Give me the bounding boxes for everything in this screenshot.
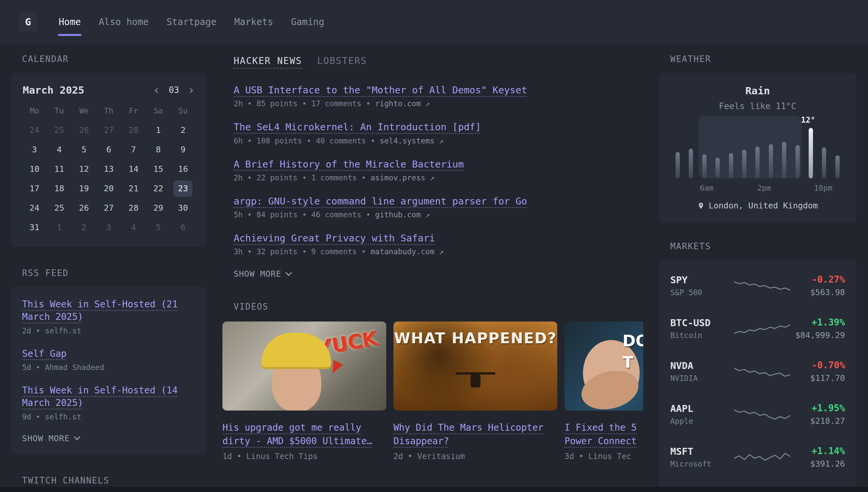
chevron-down-icon	[74, 434, 81, 441]
news-item-link[interactable]: The SeL4 Microkernel: An Introduction [p…	[234, 121, 481, 133]
calendar-day[interactable]: 28	[121, 198, 146, 218]
rss-item-link[interactable]: Self Gap	[22, 348, 195, 360]
market-change-percent: -0.27%	[790, 274, 845, 285]
news-item: Achieving Great Privacy with Safari 3h •…	[234, 232, 643, 256]
weather-bar	[729, 153, 733, 178]
calendar-day[interactable]: 20	[96, 179, 121, 198]
calendar-day[interactable]: 4	[47, 140, 72, 159]
calendar-day[interactable]: 29	[146, 198, 171, 218]
news-item-source-link[interactable]: github.com ↗	[375, 211, 430, 219]
calendar-day[interactable]: 30	[171, 198, 195, 218]
news-item-source-link[interactable]: sel4.systems ↗	[379, 137, 444, 145]
market-name: Apple	[670, 417, 734, 425]
calendar-day[interactable]: 3	[96, 218, 121, 237]
calendar-day[interactable]: 8	[146, 140, 171, 159]
calendar-day[interactable]: 4	[121, 218, 146, 237]
calendar-day[interactable]: 6	[96, 140, 121, 159]
news-show-more-button[interactable]: SHOW MORE	[234, 269, 643, 279]
market-name: S&P 500	[670, 288, 734, 297]
rss-item-meta: 9d • selfh.st	[22, 413, 195, 421]
news-item-link[interactable]: A USB Interface to the "Mother of All De…	[234, 84, 527, 96]
calendar-day[interactable]: 24	[22, 120, 47, 140]
news-item-link[interactable]: Achieving Great Privacy with Safari	[234, 232, 435, 244]
nav-tab[interactable]: Startpage	[166, 17, 216, 27]
weather-widget: Rain Feels like 11°C 12°6am2pm10pm Londo…	[659, 73, 856, 223]
rss-feed-item: Self Gap 5d • Ahmad Shadeed	[22, 348, 195, 372]
news-tab[interactable]: LOBSTERS	[317, 55, 367, 66]
video-title-link[interactable]: Why Did The Mars Helicopter Disappear?	[393, 421, 557, 448]
calendar-day[interactable]: 19	[72, 179, 96, 198]
rss-show-more-button[interactable]: SHOW MORE	[22, 434, 195, 443]
calendar-day[interactable]: 26	[72, 198, 96, 218]
calendar-day[interactable]: 5	[72, 140, 96, 159]
calendar-weekday-label: Th	[96, 104, 121, 118]
rss-item-link[interactable]: This Week in Self-Hosted (21 March 2025)	[22, 298, 195, 323]
market-row[interactable]: AAPL Apple +1.95% $218.27	[670, 393, 845, 436]
calendar-day[interactable]: 18	[47, 179, 72, 198]
calendar-day[interactable]: 28	[121, 120, 146, 140]
video-thumbnail[interactable]: WHAT HAPPENED?	[393, 321, 557, 411]
market-row[interactable]: MSFT Microsoft +1.14% $391.26	[670, 436, 845, 478]
news-item-link[interactable]: argp: GNU-style command line argument pa…	[234, 195, 527, 207]
calendar-day[interactable]: 22	[146, 179, 171, 198]
news-item-source-link[interactable]: asimov.press ↗	[370, 173, 434, 182]
calendar-day[interactable]: 14	[121, 159, 146, 179]
calendar-next-icon[interactable]: ›	[187, 84, 195, 96]
calendar-day[interactable]: 15	[146, 159, 171, 179]
calendar-day[interactable]: 10	[22, 159, 47, 179]
rss-item-link[interactable]: This Week in Self-Hosted (14 March 2025)	[22, 384, 195, 409]
calendar-day[interactable]: 25	[47, 198, 72, 218]
video-thumbnail[interactable]: YUCK	[222, 321, 386, 411]
calendar-day[interactable]: 17	[22, 179, 47, 198]
news-item-link[interactable]: A Brief History of the Miracle Bacterium	[234, 158, 464, 170]
calendar-day[interactable]: 9	[171, 140, 195, 159]
news-item-meta: 2h • 22 points • 1 comments • asimov.pre…	[234, 173, 643, 182]
nav-tab[interactable]: Gaming	[291, 17, 324, 27]
calendar-day[interactable]: 1	[146, 120, 171, 140]
news-item-source-link[interactable]: righto.com ↗	[375, 99, 430, 108]
calendar-day[interactable]: 16	[171, 159, 195, 179]
calendar-day[interactable]: 11	[47, 159, 72, 179]
calendar-prev-icon[interactable]: ‹	[153, 84, 160, 96]
video-thumbnail[interactable]: DO T T	[564, 321, 643, 411]
calendar-day[interactable]: 12	[72, 159, 96, 179]
calendar-day[interactable]: 21	[121, 179, 146, 198]
calendar-day[interactable]: 3	[22, 140, 47, 159]
market-row[interactable]: SPY S&P 500 -0.27% $563.98	[670, 264, 845, 307]
nav-tab[interactable]: Home	[59, 17, 81, 27]
news-item-source-link[interactable]: matanabudy.com ↗	[370, 247, 444, 256]
videos-row: YUCK His upgrade got me really dirty - A…	[222, 321, 643, 461]
calendar-day[interactable]: 2	[72, 218, 96, 237]
video-title-link[interactable]: His upgrade got me really dirty - AMD $5…	[222, 421, 386, 448]
news-item-meta: 6h • 108 points • 40 comments • sel4.sys…	[234, 137, 643, 145]
market-row[interactable]: BTC-USD Bitcoin +1.39% $84,999.29	[670, 307, 845, 350]
calendar-day[interactable]: 26	[72, 120, 96, 140]
calendar-day[interactable]: 31	[22, 218, 47, 237]
news-tab[interactable]: HACKER NEWS	[234, 55, 302, 66]
nav-tab[interactable]: Markets	[234, 17, 273, 27]
calendar-day[interactable]: 6	[171, 218, 195, 237]
calendar-day[interactable]: 7	[121, 140, 146, 159]
news-show-more-label: SHOW MORE	[234, 269, 281, 279]
market-sparkline-container	[734, 319, 790, 338]
calendar-day[interactable]: 25	[47, 120, 72, 140]
calendar-day[interactable]: 24	[22, 198, 47, 218]
app-logo[interactable]: G	[19, 13, 37, 32]
market-name: Bitcoin	[670, 331, 734, 340]
calendar-day[interactable]: 5	[146, 218, 171, 237]
market-symbol: AAPL	[670, 403, 734, 414]
calendar-day[interactable]: 2	[171, 120, 195, 140]
calendar-day[interactable]: 1	[47, 218, 72, 237]
rss-feed-item: This Week in Self-Hosted (14 March 2025)…	[22, 384, 195, 421]
calendar-weekday-label: Mo	[22, 104, 47, 118]
nav-tab[interactable]: Also home	[99, 17, 149, 27]
calendar-day[interactable]: 13	[96, 159, 121, 179]
calendar-day[interactable]: 27	[96, 120, 121, 140]
market-sparkline-chart	[734, 319, 790, 338]
video-title-link[interactable]: I Fixed the 5 Power Connect	[564, 421, 643, 448]
calendar-day[interactable]: 27	[96, 198, 121, 218]
weather-bars: 12°	[676, 121, 840, 178]
calendar-day[interactable]: 23	[173, 180, 192, 197]
rss-show-more-label: SHOW MORE	[22, 434, 70, 443]
market-row[interactable]: NVDA NVIDIA -0.70% $117.70	[670, 350, 845, 393]
